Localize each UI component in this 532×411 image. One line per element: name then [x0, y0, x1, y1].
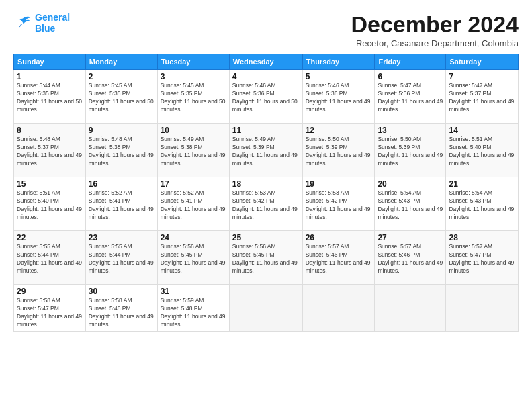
- day-info: Sunrise: 5:58 AM Sunset: 5:48 PM Dayligh…: [89, 297, 154, 329]
- calendar-cell: 16 Sunrise: 5:52 AM Sunset: 5:41 PM Dayl…: [85, 177, 157, 231]
- calendar-cell: 14 Sunrise: 5:51 AM Sunset: 5:40 PM Dayl…: [446, 124, 519, 177]
- day-number: 27: [378, 233, 443, 242]
- header: General Blue December 2024 Recetor, Casa…: [13, 12, 519, 48]
- day-info: Sunrise: 5:46 AM Sunset: 5:36 PM Dayligh…: [232, 82, 300, 114]
- calendar-cell: 29 Sunrise: 5:58 AM Sunset: 5:47 PM Dayl…: [14, 285, 86, 332]
- calendar: Sunday Monday Tuesday Wednesday Thursday…: [13, 54, 519, 332]
- day-info: Sunrise: 5:59 AM Sunset: 5:48 PM Dayligh…: [161, 297, 226, 329]
- day-number: 22: [17, 233, 83, 242]
- calendar-cell: 24 Sunrise: 5:56 AM Sunset: 5:45 PM Dayl…: [157, 231, 229, 285]
- day-number: 9: [89, 126, 154, 135]
- day-info: Sunrise: 5:57 AM Sunset: 5:46 PM Dayligh…: [306, 243, 372, 275]
- calendar-cell: 2 Sunrise: 5:45 AM Sunset: 5:35 PM Dayli…: [85, 70, 157, 124]
- calendar-cell: 26 Sunrise: 5:57 AM Sunset: 5:46 PM Dayl…: [302, 231, 375, 285]
- day-info: Sunrise: 5:45 AM Sunset: 5:35 PM Dayligh…: [89, 82, 154, 114]
- day-info: Sunrise: 5:50 AM Sunset: 5:39 PM Dayligh…: [378, 136, 443, 168]
- day-number: 31: [161, 287, 226, 296]
- calendar-cell: 6 Sunrise: 5:47 AM Sunset: 5:36 PM Dayli…: [375, 70, 446, 124]
- day-number: 10: [161, 126, 226, 135]
- day-number: 21: [449, 179, 515, 189]
- day-info: Sunrise: 5:54 AM Sunset: 5:43 PM Dayligh…: [449, 189, 515, 222]
- day-info: Sunrise: 5:57 AM Sunset: 5:47 PM Dayligh…: [449, 243, 515, 275]
- day-info: Sunrise: 5:49 AM Sunset: 5:39 PM Dayligh…: [232, 136, 300, 168]
- location: Recetor, Casanare Department, Colombia: [351, 38, 519, 48]
- calendar-cell: 4 Sunrise: 5:46 AM Sunset: 5:36 PM Dayli…: [229, 70, 302, 124]
- day-number: 1: [17, 72, 83, 81]
- header-saturday: Saturday: [446, 54, 519, 70]
- day-number: 17: [161, 179, 226, 189]
- day-number: 12: [306, 126, 372, 135]
- day-number: 7: [449, 72, 515, 81]
- calendar-cell: 27 Sunrise: 5:57 AM Sunset: 5:46 PM Dayl…: [375, 231, 446, 285]
- calendar-cell: 7 Sunrise: 5:47 AM Sunset: 5:37 PM Dayli…: [446, 70, 519, 124]
- calendar-cell: 9 Sunrise: 5:48 AM Sunset: 5:38 PM Dayli…: [85, 124, 157, 177]
- weekday-header-row: Sunday Monday Tuesday Wednesday Thursday…: [14, 54, 519, 70]
- calendar-cell: 31 Sunrise: 5:59 AM Sunset: 5:48 PM Dayl…: [157, 285, 229, 332]
- day-number: 26: [306, 233, 372, 242]
- calendar-cell: 10 Sunrise: 5:49 AM Sunset: 5:38 PM Dayl…: [157, 124, 229, 177]
- day-number: 5: [306, 72, 372, 81]
- header-friday: Friday: [375, 54, 446, 70]
- day-info: Sunrise: 5:56 AM Sunset: 5:45 PM Dayligh…: [232, 243, 300, 275]
- calendar-cell: 18 Sunrise: 5:53 AM Sunset: 5:42 PM Dayl…: [229, 177, 302, 231]
- header-tuesday: Tuesday: [157, 54, 229, 70]
- header-wednesday: Wednesday: [229, 54, 302, 70]
- day-info: Sunrise: 5:50 AM Sunset: 5:39 PM Dayligh…: [306, 136, 372, 168]
- day-info: Sunrise: 5:57 AM Sunset: 5:46 PM Dayligh…: [378, 243, 443, 275]
- calendar-cell: [375, 285, 446, 332]
- day-info: Sunrise: 5:54 AM Sunset: 5:43 PM Dayligh…: [378, 189, 443, 222]
- day-info: Sunrise: 5:44 AM Sunset: 5:35 PM Dayligh…: [17, 82, 83, 114]
- day-number: 28: [449, 233, 515, 242]
- day-info: Sunrise: 5:48 AM Sunset: 5:38 PM Dayligh…: [89, 136, 154, 168]
- calendar-cell: [446, 285, 519, 332]
- calendar-cell: 25 Sunrise: 5:56 AM Sunset: 5:45 PM Dayl…: [229, 231, 302, 285]
- day-info: Sunrise: 5:47 AM Sunset: 5:37 PM Dayligh…: [449, 82, 515, 114]
- header-sunday: Sunday: [14, 54, 86, 70]
- day-number: 11: [232, 126, 300, 135]
- calendar-cell: 5 Sunrise: 5:46 AM Sunset: 5:36 PM Dayli…: [302, 70, 375, 124]
- day-info: Sunrise: 5:55 AM Sunset: 5:44 PM Dayligh…: [89, 243, 154, 275]
- day-number: 16: [89, 179, 154, 189]
- header-monday: Monday: [85, 54, 157, 70]
- day-number: 19: [306, 179, 372, 189]
- day-number: 23: [89, 233, 154, 242]
- day-info: Sunrise: 5:47 AM Sunset: 5:36 PM Dayligh…: [378, 82, 443, 114]
- logo-text: General Blue: [35, 12, 70, 34]
- day-number: 8: [17, 126, 83, 135]
- day-number: 20: [378, 179, 443, 189]
- calendar-cell: 8 Sunrise: 5:48 AM Sunset: 5:37 PM Dayli…: [14, 124, 86, 177]
- calendar-cell: 21 Sunrise: 5:54 AM Sunset: 5:43 PM Dayl…: [446, 177, 519, 231]
- calendar-cell: 1 Sunrise: 5:44 AM Sunset: 5:35 PM Dayli…: [14, 70, 86, 124]
- calendar-cell: 17 Sunrise: 5:52 AM Sunset: 5:41 PM Dayl…: [157, 177, 229, 231]
- day-info: Sunrise: 5:51 AM Sunset: 5:40 PM Dayligh…: [17, 189, 83, 222]
- day-number: 15: [17, 179, 83, 189]
- day-info: Sunrise: 5:49 AM Sunset: 5:38 PM Dayligh…: [161, 136, 226, 168]
- logo: General Blue: [13, 12, 70, 34]
- header-thursday: Thursday: [302, 54, 375, 70]
- calendar-cell: 28 Sunrise: 5:57 AM Sunset: 5:47 PM Dayl…: [446, 231, 519, 285]
- calendar-cell: 19 Sunrise: 5:53 AM Sunset: 5:42 PM Dayl…: [302, 177, 375, 231]
- calendar-cell: [229, 285, 302, 332]
- day-number: 25: [232, 233, 300, 242]
- day-info: Sunrise: 5:45 AM Sunset: 5:35 PM Dayligh…: [161, 82, 226, 114]
- day-info: Sunrise: 5:58 AM Sunset: 5:47 PM Dayligh…: [17, 297, 83, 329]
- day-number: 3: [161, 72, 226, 81]
- day-info: Sunrise: 5:53 AM Sunset: 5:42 PM Dayligh…: [306, 189, 372, 222]
- day-info: Sunrise: 5:52 AM Sunset: 5:41 PM Dayligh…: [161, 189, 226, 222]
- day-number: 4: [232, 72, 300, 81]
- day-info: Sunrise: 5:46 AM Sunset: 5:36 PM Dayligh…: [306, 82, 372, 114]
- calendar-cell: 22 Sunrise: 5:55 AM Sunset: 5:44 PM Dayl…: [14, 231, 86, 285]
- day-number: 6: [378, 72, 443, 81]
- calendar-cell: 3 Sunrise: 5:45 AM Sunset: 5:35 PM Dayli…: [157, 70, 229, 124]
- calendar-cell: 11 Sunrise: 5:49 AM Sunset: 5:39 PM Dayl…: [229, 124, 302, 177]
- day-info: Sunrise: 5:55 AM Sunset: 5:44 PM Dayligh…: [17, 243, 83, 275]
- day-number: 24: [161, 233, 226, 242]
- day-info: Sunrise: 5:51 AM Sunset: 5:40 PM Dayligh…: [449, 136, 515, 168]
- day-number: 13: [378, 126, 443, 135]
- day-info: Sunrise: 5:56 AM Sunset: 5:45 PM Dayligh…: [161, 243, 226, 275]
- day-info: Sunrise: 5:53 AM Sunset: 5:42 PM Dayligh…: [232, 189, 300, 222]
- calendar-cell: 12 Sunrise: 5:50 AM Sunset: 5:39 PM Dayl…: [302, 124, 375, 177]
- month-title: December 2024: [351, 12, 519, 37]
- calendar-cell: 30 Sunrise: 5:58 AM Sunset: 5:48 PM Dayl…: [85, 285, 157, 332]
- day-number: 29: [17, 287, 83, 296]
